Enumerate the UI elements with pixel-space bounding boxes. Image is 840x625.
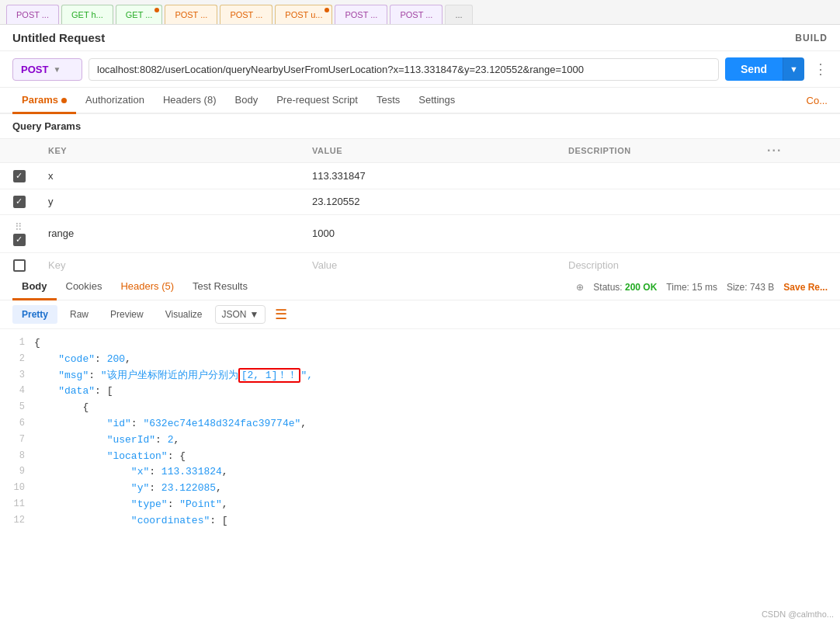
top-tab-bar: POST ... GET h... GET ... POST ... POST …: [0, 0, 840, 25]
params-table: KEY VALUE DESCRIPTION ··· x 113.331847 y…: [0, 138, 840, 274]
table-row: Key Value Description: [0, 252, 840, 274]
dropdown-arrow-icon: ▼: [250, 309, 259, 320]
json-line: 3 "msg": "该用户坐标附近的用户分别为[2, 1]！！",: [0, 368, 840, 384]
wrap-lines-icon[interactable]: ☰: [275, 306, 287, 323]
size-label: Size: 743 B: [727, 282, 774, 293]
param-checkbox-3[interactable]: [13, 259, 26, 272]
json-line: 6 "id": "632ec74e148d324fac39774e",: [0, 416, 840, 432]
param-value-3[interactable]: Value: [303, 252, 559, 274]
res-tab-body[interactable]: Body: [12, 274, 57, 300]
json-content: "x": 113.331824,: [34, 464, 834, 481]
top-tab-3[interactable]: POST ...: [165, 5, 217, 24]
send-btn-group: Send ▼: [725, 57, 804, 81]
top-tab-6[interactable]: POST ...: [335, 5, 387, 24]
chevron-down-icon: ▼: [53, 65, 61, 74]
build-button[interactable]: BUILD: [795, 33, 828, 43]
line-number: 9: [6, 464, 34, 479]
table-row: x 113.331847: [0, 163, 840, 189]
request-title-bar: Untitled Request BUILD: [0, 25, 840, 51]
json-line: 11 "type": "Point",: [0, 497, 840, 513]
tab-authorization[interactable]: Authorization: [76, 88, 154, 114]
top-tab-more[interactable]: ...: [445, 5, 472, 24]
url-input[interactable]: [89, 58, 719, 81]
line-number: 10: [6, 481, 34, 495]
th-value: VALUE: [303, 139, 559, 163]
response-tabs-bar: Body Cookies Headers (5) Test Results ⊕ …: [0, 274, 840, 300]
line-number: 7: [6, 432, 34, 447]
format-type-dropdown[interactable]: JSON ▼: [215, 305, 266, 324]
fmt-visualize[interactable]: Visualize: [156, 305, 212, 324]
param-checkbox-0[interactable]: [13, 170, 26, 182]
query-params-label: Query Params: [0, 114, 840, 138]
tab-dot: [154, 8, 159, 12]
th-description: DESCRIPTION: [559, 139, 758, 163]
json-content: "type": "Point",: [34, 497, 834, 513]
body-format-bar: Pretty Raw Preview Visualize JSON ▼ ☰: [0, 300, 840, 329]
top-tab-2[interactable]: GET ...: [116, 5, 163, 24]
res-tab-headers[interactable]: Headers (5): [111, 274, 183, 300]
param-checkbox-2[interactable]: [13, 234, 26, 246]
time-label: Time: 15 ms: [666, 282, 717, 293]
line-number: 12: [6, 513, 34, 528]
send-button[interactable]: Send: [725, 57, 783, 81]
line-number: 1: [6, 335, 34, 350]
param-value-2[interactable]: 1000: [303, 215, 559, 253]
globe-icon: ⊕: [576, 282, 584, 293]
tab-pre-request-script[interactable]: Pre-request Script: [267, 88, 367, 114]
tab-tests[interactable]: Tests: [367, 88, 409, 114]
table-row: y 23.120552: [0, 189, 840, 215]
save-response-button[interactable]: Save Re...: [783, 282, 828, 293]
line-number: 4: [6, 384, 34, 398]
json-content: "code": 200,: [34, 352, 834, 368]
line-number: 3: [6, 368, 34, 383]
request-title: Untitled Request: [12, 31, 105, 44]
method-select[interactable]: POST ▼: [12, 58, 82, 81]
tab-dot-2: [325, 8, 329, 12]
top-tab-7[interactable]: POST ...: [390, 5, 443, 24]
json-line: 5{: [0, 400, 840, 416]
tab-params[interactable]: Params: [12, 88, 76, 114]
top-tab-5[interactable]: POST u...: [275, 5, 332, 24]
line-number: 6: [6, 416, 34, 431]
more-options-icon[interactable]: ⋮: [814, 61, 828, 78]
drag-icon: ⠿: [15, 221, 23, 233]
tab-headers[interactable]: Headers (8): [154, 88, 226, 114]
param-value-0[interactable]: 113.331847: [303, 163, 559, 189]
json-content: "location": {: [34, 449, 834, 465]
th-checkbox: [0, 139, 39, 163]
top-tab-1[interactable]: GET h...: [61, 5, 113, 24]
param-key-2[interactable]: range: [39, 215, 303, 253]
param-desc-2[interactable]: [559, 215, 758, 253]
th-key: KEY: [39, 139, 303, 163]
tab-settings[interactable]: Settings: [409, 88, 464, 114]
param-desc-1[interactable]: [559, 189, 758, 215]
fmt-pretty[interactable]: Pretty: [12, 305, 57, 324]
table-row: ⠿ range 1000: [0, 215, 840, 253]
send-dropdown-button[interactable]: ▼: [783, 57, 804, 81]
res-tab-test-results[interactable]: Test Results: [183, 274, 257, 300]
res-tab-cookies[interactable]: Cookies: [57, 274, 112, 300]
json-line: 7 "userId": 2,: [0, 432, 840, 449]
tab-body[interactable]: Body: [226, 88, 268, 114]
cookies-tab[interactable]: Co...: [807, 89, 828, 113]
request-tabs: Params Authorization Headers (8) Body Pr…: [0, 88, 840, 114]
json-line: 12 "coordinates": [: [0, 513, 840, 530]
params-area: KEY VALUE DESCRIPTION ··· x 113.331847 y…: [0, 138, 840, 274]
top-tab-0[interactable]: POST ...: [6, 5, 59, 24]
status-label: Status: 200 OK: [593, 282, 657, 293]
param-checkbox-1[interactable]: [13, 196, 26, 208]
line-number: 8: [6, 449, 34, 464]
json-content: "y": 23.122085,: [34, 481, 834, 497]
param-key-1[interactable]: y: [39, 189, 303, 215]
param-key-3[interactable]: Key: [39, 252, 303, 274]
top-tab-4[interactable]: POST ...: [220, 5, 272, 24]
param-key-0[interactable]: x: [39, 163, 303, 189]
line-number: 5: [6, 400, 34, 415]
param-value-1[interactable]: 23.120552: [303, 189, 559, 215]
fmt-raw[interactable]: Raw: [61, 305, 98, 324]
param-desc-3[interactable]: Description: [559, 252, 758, 274]
param-desc-0[interactable]: [559, 163, 758, 189]
fmt-preview[interactable]: Preview: [101, 305, 153, 324]
json-content: "coordinates": [: [34, 513, 834, 530]
th-more: ···: [758, 139, 840, 163]
